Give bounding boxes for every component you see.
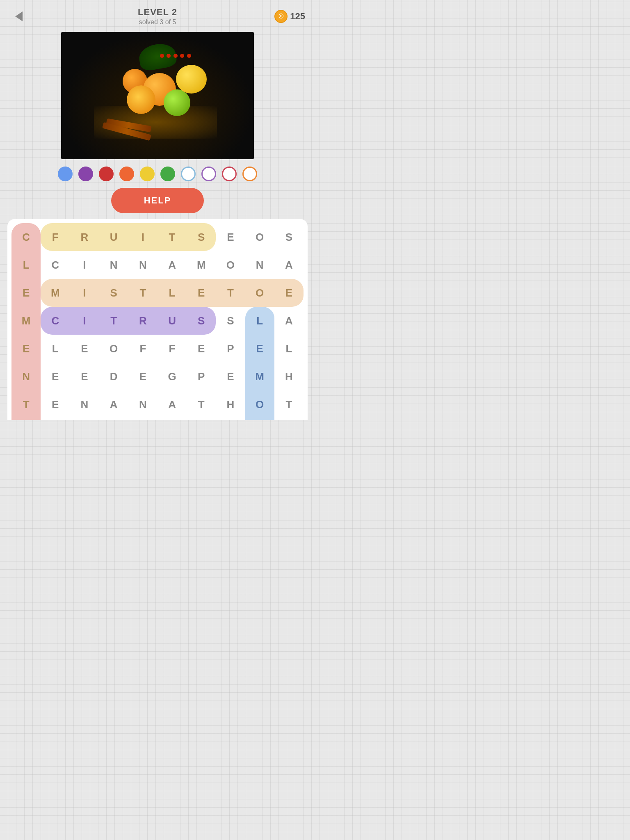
grid-cell[interactable]: I xyxy=(11,418,41,420)
grid-cell[interactable]: E xyxy=(11,279,41,307)
grid-cell[interactable]: L xyxy=(245,307,274,335)
grid-cell[interactable]: N xyxy=(128,390,158,418)
dot-purple[interactable] xyxy=(78,167,93,181)
grid-cell[interactable]: L xyxy=(274,335,304,363)
grid-cell[interactable]: H xyxy=(216,390,245,418)
dot-yellow[interactable] xyxy=(140,167,155,181)
image-container xyxy=(0,30,315,163)
grid-cell[interactable]: E xyxy=(128,363,158,390)
grid-cell[interactable]: S xyxy=(216,307,245,335)
grid-cell[interactable]: E xyxy=(216,363,245,390)
grid-cell[interactable]: R xyxy=(70,223,99,251)
grid-cell[interactable]: N xyxy=(128,251,158,279)
grid-cell[interactable]: D xyxy=(187,418,216,420)
grid-cell[interactable]: P xyxy=(187,363,216,390)
grid-cell[interactable]: N xyxy=(70,418,99,420)
grid-cell[interactable]: C xyxy=(41,307,70,335)
dot-orange-outline[interactable] xyxy=(242,167,257,181)
grid-cell[interactable]: E xyxy=(70,363,99,390)
help-button[interactable]: HELP xyxy=(111,188,204,213)
grid-cell[interactable]: F xyxy=(158,335,187,363)
grid-cell[interactable]: O xyxy=(245,390,274,418)
grid-cell[interactable]: E xyxy=(245,335,274,363)
dot-green[interactable] xyxy=(160,167,175,181)
back-button[interactable] xyxy=(10,7,28,25)
grid-cell[interactable]: O xyxy=(99,335,128,363)
grid-cell[interactable]: L xyxy=(41,335,70,363)
grid-cell[interactable]: E xyxy=(70,335,99,363)
dot-blue[interactable] xyxy=(58,167,73,181)
grid-cell[interactable]: H xyxy=(274,363,304,390)
grid-cell[interactable]: L xyxy=(158,279,187,307)
cell-letter: S xyxy=(102,281,126,305)
grid-cell[interactable]: E xyxy=(274,279,304,307)
grid-cell[interactable]: C xyxy=(41,251,70,279)
grid-cell[interactable]: I xyxy=(70,279,99,307)
grid-cell[interactable]: N xyxy=(245,251,274,279)
grid-cell[interactable]: I xyxy=(70,307,99,335)
grid-cell[interactable]: E xyxy=(216,223,245,251)
grid-cell[interactable]: A xyxy=(158,390,187,418)
cell-letter: P xyxy=(219,337,242,361)
grid-cell[interactable]: N xyxy=(70,390,99,418)
grid-cell[interactable]: M xyxy=(11,307,41,335)
grid-cell[interactable]: N xyxy=(11,363,41,390)
grid-cell[interactable]: T xyxy=(187,390,216,418)
grid-cell[interactable]: R xyxy=(128,307,158,335)
dot-light-blue-outline[interactable] xyxy=(181,167,196,181)
grid-cell[interactable]: A xyxy=(99,390,128,418)
grid-cell[interactable]: M xyxy=(245,363,274,390)
grid-cell[interactable]: S xyxy=(187,307,216,335)
grid-cell[interactable]: M xyxy=(187,251,216,279)
grid-cell[interactable]: O xyxy=(245,279,274,307)
grid-cell[interactable]: F xyxy=(41,223,70,251)
cell-letter: M xyxy=(248,365,272,388)
grid-cell[interactable]: T xyxy=(99,307,128,335)
grid-cell[interactable]: N xyxy=(245,418,274,420)
dot-red[interactable] xyxy=(99,167,114,181)
grid-cell[interactable]: A xyxy=(274,307,304,335)
grid-cell[interactable]: U xyxy=(216,418,245,420)
dot-orange[interactable] xyxy=(119,167,134,181)
grid-cell[interactable]: M xyxy=(41,279,70,307)
grid-cell[interactable]: U xyxy=(99,223,128,251)
cell-letter: M xyxy=(43,281,67,305)
cell-letter: E xyxy=(73,337,96,361)
level-subtitle: solved 3 of 5 xyxy=(138,18,177,26)
grid-cell[interactable]: I xyxy=(70,251,99,279)
grid-cell[interactable]: O xyxy=(245,223,274,251)
dot-pink-outline[interactable] xyxy=(222,167,237,181)
grid-cell[interactable]: F xyxy=(128,335,158,363)
grid-cell[interactable]: T xyxy=(216,279,245,307)
grid-cell[interactable]: A xyxy=(99,418,128,420)
grid-cell[interactable]: N xyxy=(99,251,128,279)
grid-cell[interactable]: E xyxy=(41,363,70,390)
grid-cell[interactable]: E xyxy=(187,335,216,363)
grid-cell[interactable]: E xyxy=(274,418,304,420)
grid-cell[interactable]: T xyxy=(128,279,158,307)
grid-cell[interactable]: L xyxy=(11,251,41,279)
grid-cell[interactable]: U xyxy=(158,307,187,335)
grid-cell[interactable]: N xyxy=(41,418,70,420)
grid-cell[interactable]: T xyxy=(158,223,187,251)
grid-cell[interactable]: S xyxy=(187,223,216,251)
grid-cell[interactable]: G xyxy=(158,363,187,390)
grid-cell[interactable]: A xyxy=(158,251,187,279)
grid-cell[interactable]: A xyxy=(274,251,304,279)
grid-cell[interactable]: E xyxy=(187,279,216,307)
grid-cell[interactable]: I xyxy=(128,223,158,251)
grid-cell[interactable]: E xyxy=(11,335,41,363)
grid-cell[interactable]: V xyxy=(128,418,158,420)
grid-cell[interactable]: C xyxy=(11,223,41,251)
cell-letter: L xyxy=(14,253,38,277)
grid-cell[interactable]: O xyxy=(216,251,245,279)
grid-cell[interactable]: S xyxy=(99,279,128,307)
grid-cell[interactable]: T xyxy=(11,390,41,418)
grid-cell[interactable]: S xyxy=(274,223,304,251)
dot-purple-outline[interactable] xyxy=(201,167,216,181)
grid-cell[interactable]: T xyxy=(274,390,304,418)
grid-cell[interactable]: F xyxy=(158,418,187,420)
grid-cell[interactable]: P xyxy=(216,335,245,363)
grid-cell[interactable]: D xyxy=(99,363,128,390)
grid-cell[interactable]: E xyxy=(41,390,70,418)
